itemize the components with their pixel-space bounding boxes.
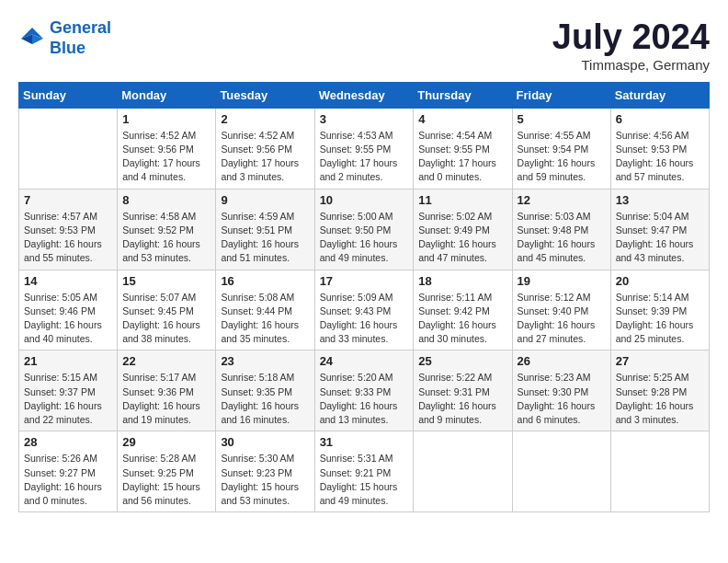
day-info: Sunrise: 5:26 AM Sunset: 9:27 PM Dayligh… bbox=[24, 452, 112, 508]
day-info: Sunrise: 5:20 AM Sunset: 9:33 PM Dayligh… bbox=[320, 371, 409, 427]
calendar-cell: 26Sunrise: 5:23 AM Sunset: 9:30 PM Dayli… bbox=[512, 350, 610, 431]
calendar-cell: 11Sunrise: 5:02 AM Sunset: 9:49 PM Dayli… bbox=[414, 189, 512, 270]
day-number: 15 bbox=[122, 274, 210, 288]
day-number: 6 bbox=[616, 112, 704, 126]
calendar-week-row: 1Sunrise: 4:52 AM Sunset: 9:56 PM Daylig… bbox=[19, 108, 710, 189]
calendar-cell: 6Sunrise: 4:56 AM Sunset: 9:53 PM Daylig… bbox=[610, 108, 709, 189]
day-number: 5 bbox=[518, 112, 606, 126]
day-number: 31 bbox=[320, 435, 409, 449]
calendar-cell: 4Sunrise: 4:54 AM Sunset: 9:55 PM Daylig… bbox=[414, 108, 512, 189]
day-number: 30 bbox=[221, 435, 309, 449]
day-number: 1 bbox=[122, 112, 210, 126]
day-number: 9 bbox=[221, 193, 309, 207]
calendar-cell: 25Sunrise: 5:22 AM Sunset: 9:31 PM Dayli… bbox=[414, 350, 512, 431]
calendar-cell: 15Sunrise: 5:07 AM Sunset: 9:45 PM Dayli… bbox=[118, 270, 216, 350]
day-info: Sunrise: 4:52 AM Sunset: 9:56 PM Dayligh… bbox=[221, 129, 309, 185]
day-info: Sunrise: 5:09 AM Sunset: 9:43 PM Dayligh… bbox=[320, 291, 409, 347]
calendar-cell bbox=[19, 108, 118, 189]
day-info: Sunrise: 5:23 AM Sunset: 9:30 PM Dayligh… bbox=[518, 371, 606, 427]
calendar-body: 1Sunrise: 4:52 AM Sunset: 9:56 PM Daylig… bbox=[19, 108, 710, 511]
calendar-cell: 29Sunrise: 5:28 AM Sunset: 9:25 PM Dayli… bbox=[118, 431, 216, 512]
day-number: 10 bbox=[320, 193, 409, 207]
day-number: 7 bbox=[24, 193, 112, 207]
weekday-header: Thursday bbox=[414, 82, 512, 108]
calendar-cell: 28Sunrise: 5:26 AM Sunset: 9:27 PM Dayli… bbox=[19, 431, 118, 512]
calendar-cell: 23Sunrise: 5:18 AM Sunset: 9:35 PM Dayli… bbox=[216, 350, 314, 431]
location-subtitle: Timmaspe, Germany bbox=[552, 57, 710, 73]
day-number: 28 bbox=[24, 435, 112, 449]
weekday-header: Tuesday bbox=[216, 82, 314, 108]
day-number: 26 bbox=[518, 354, 606, 368]
day-number: 24 bbox=[320, 354, 409, 368]
weekday-header: Monday bbox=[118, 82, 216, 108]
calendar-cell: 30Sunrise: 5:30 AM Sunset: 9:23 PM Dayli… bbox=[216, 431, 314, 512]
day-info: Sunrise: 5:12 AM Sunset: 9:40 PM Dayligh… bbox=[518, 291, 606, 347]
calendar-cell: 31Sunrise: 5:31 AM Sunset: 9:21 PM Dayli… bbox=[314, 431, 414, 512]
calendar-cell: 27Sunrise: 5:25 AM Sunset: 9:28 PM Dayli… bbox=[610, 350, 709, 431]
calendar-cell: 21Sunrise: 5:15 AM Sunset: 9:37 PM Dayli… bbox=[19, 350, 118, 431]
day-info: Sunrise: 5:18 AM Sunset: 9:35 PM Dayligh… bbox=[221, 371, 309, 427]
day-number: 23 bbox=[221, 354, 309, 368]
day-info: Sunrise: 4:55 AM Sunset: 9:54 PM Dayligh… bbox=[518, 129, 606, 185]
logo-line2: Blue bbox=[50, 39, 85, 57]
day-number: 19 bbox=[518, 274, 606, 288]
calendar-cell: 14Sunrise: 5:05 AM Sunset: 9:46 PM Dayli… bbox=[19, 270, 118, 350]
day-info: Sunrise: 4:52 AM Sunset: 9:56 PM Dayligh… bbox=[122, 129, 210, 185]
day-info: Sunrise: 5:07 AM Sunset: 9:45 PM Dayligh… bbox=[122, 291, 210, 347]
calendar-cell: 12Sunrise: 5:03 AM Sunset: 9:48 PM Dayli… bbox=[512, 189, 610, 270]
calendar-cell: 24Sunrise: 5:20 AM Sunset: 9:33 PM Dayli… bbox=[314, 350, 414, 431]
calendar-header: SundayMondayTuesdayWednesdayThursdayFrid… bbox=[19, 82, 710, 108]
day-number: 20 bbox=[616, 274, 704, 288]
logo-line1: General bbox=[50, 18, 111, 37]
day-number: 18 bbox=[418, 274, 506, 288]
month-title: July 2024 bbox=[552, 18, 710, 57]
day-info: Sunrise: 5:00 AM Sunset: 9:50 PM Dayligh… bbox=[320, 210, 409, 266]
weekday-header: Sunday bbox=[19, 82, 118, 108]
day-number: 13 bbox=[616, 193, 704, 207]
calendar-cell: 19Sunrise: 5:12 AM Sunset: 9:40 PM Dayli… bbox=[512, 270, 610, 350]
calendar-cell: 20Sunrise: 5:14 AM Sunset: 9:39 PM Dayli… bbox=[610, 270, 709, 350]
calendar-cell: 13Sunrise: 5:04 AM Sunset: 9:47 PM Dayli… bbox=[610, 189, 709, 270]
calendar-cell: 1Sunrise: 4:52 AM Sunset: 9:56 PM Daylig… bbox=[118, 108, 216, 189]
calendar-cell: 9Sunrise: 4:59 AM Sunset: 9:51 PM Daylig… bbox=[216, 189, 314, 270]
day-info: Sunrise: 5:03 AM Sunset: 9:48 PM Dayligh… bbox=[518, 210, 606, 266]
logo: General Blue bbox=[18, 18, 111, 58]
calendar-cell: 7Sunrise: 4:57 AM Sunset: 9:53 PM Daylig… bbox=[19, 189, 118, 270]
day-number: 27 bbox=[616, 354, 704, 368]
calendar-cell bbox=[610, 431, 709, 512]
day-number: 11 bbox=[418, 193, 506, 207]
day-info: Sunrise: 5:22 AM Sunset: 9:31 PM Dayligh… bbox=[418, 371, 506, 427]
title-block: July 2024 Timmaspe, Germany bbox=[552, 18, 710, 73]
calendar-cell: 3Sunrise: 4:53 AM Sunset: 9:55 PM Daylig… bbox=[314, 108, 414, 189]
calendar-table: SundayMondayTuesdayWednesdayThursdayFrid… bbox=[18, 82, 710, 512]
calendar-week-row: 7Sunrise: 4:57 AM Sunset: 9:53 PM Daylig… bbox=[19, 189, 710, 270]
day-info: Sunrise: 5:02 AM Sunset: 9:49 PM Dayligh… bbox=[418, 210, 506, 266]
day-info: Sunrise: 5:31 AM Sunset: 9:21 PM Dayligh… bbox=[320, 452, 409, 508]
logo-icon bbox=[18, 25, 46, 52]
day-number: 21 bbox=[24, 354, 112, 368]
calendar-week-row: 14Sunrise: 5:05 AM Sunset: 9:46 PM Dayli… bbox=[19, 270, 710, 350]
header-row: SundayMondayTuesdayWednesdayThursdayFrid… bbox=[19, 82, 710, 108]
day-number: 16 bbox=[221, 274, 309, 288]
day-info: Sunrise: 4:53 AM Sunset: 9:55 PM Dayligh… bbox=[320, 129, 409, 185]
day-info: Sunrise: 5:25 AM Sunset: 9:28 PM Dayligh… bbox=[616, 371, 704, 427]
calendar-cell: 2Sunrise: 4:52 AM Sunset: 9:56 PM Daylig… bbox=[216, 108, 314, 189]
calendar-cell: 17Sunrise: 5:09 AM Sunset: 9:43 PM Dayli… bbox=[314, 270, 414, 350]
day-info: Sunrise: 4:58 AM Sunset: 9:52 PM Dayligh… bbox=[122, 210, 210, 266]
weekday-header: Wednesday bbox=[314, 82, 414, 108]
calendar-cell: 16Sunrise: 5:08 AM Sunset: 9:44 PM Dayli… bbox=[216, 270, 314, 350]
day-number: 3 bbox=[320, 112, 409, 126]
day-number: 25 bbox=[418, 354, 506, 368]
day-info: Sunrise: 5:30 AM Sunset: 9:23 PM Dayligh… bbox=[221, 452, 309, 508]
day-info: Sunrise: 5:14 AM Sunset: 9:39 PM Dayligh… bbox=[616, 291, 704, 347]
day-number: 22 bbox=[122, 354, 210, 368]
calendar-cell: 8Sunrise: 4:58 AM Sunset: 9:52 PM Daylig… bbox=[118, 189, 216, 270]
day-info: Sunrise: 4:54 AM Sunset: 9:55 PM Dayligh… bbox=[418, 129, 506, 185]
day-number: 8 bbox=[122, 193, 210, 207]
day-number: 2 bbox=[221, 112, 309, 126]
calendar-cell: 5Sunrise: 4:55 AM Sunset: 9:54 PM Daylig… bbox=[512, 108, 610, 189]
day-info: Sunrise: 4:57 AM Sunset: 9:53 PM Dayligh… bbox=[24, 210, 112, 266]
day-number: 12 bbox=[518, 193, 606, 207]
calendar-week-row: 28Sunrise: 5:26 AM Sunset: 9:27 PM Dayli… bbox=[19, 431, 710, 512]
page-header: General Blue July 2024 Timmaspe, Germany bbox=[18, 18, 710, 73]
